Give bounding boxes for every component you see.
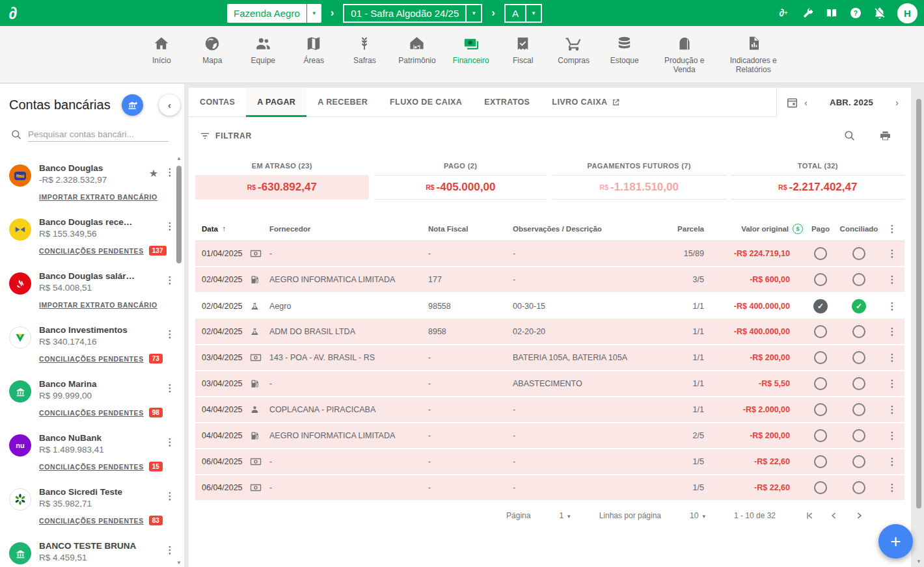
guide-book-icon[interactable] [825,7,838,20]
reconciled-checkbox[interactable] [852,377,865,390]
column-nota-fiscal[interactable]: Nota Fiscal [428,225,513,233]
column-observacoes[interactable]: Observações / Descrição [513,225,653,233]
nav-item[interactable]: Patrimônio [398,34,435,66]
account-menu-icon[interactable]: ⋮ [165,274,175,286]
summary-card[interactable]: PAGAMENTOS FUTUROS (7) R$ -1.181.510,00 [552,162,726,200]
invite-user-icon[interactable]: ∂+ [777,7,790,20]
reconciled-checkbox[interactable] [852,429,865,442]
table-row[interactable]: 03/04/2025 143 - POA - AV. BRASIL - RS -… [195,345,904,371]
nav-item[interactable]: Compras [557,34,591,66]
nav-item[interactable]: Produção e Venda [659,34,711,75]
column-pago[interactable]: Pago [803,225,838,233]
reconciled-checkbox[interactable] [852,351,865,364]
row-menu-icon[interactable]: ⋮ [888,404,897,415]
tab[interactable]: LIVRO CAIXA [541,88,631,116]
search-accounts-input[interactable] [28,127,169,142]
reconciled-checkbox[interactable] [852,481,865,494]
bank-account-item[interactable]: nu Banco NuBank R$ 1.489.983,41 ⋮ CONCIL… [0,427,184,471]
aegro-logo-icon[interactable]: ∂ [0,0,26,26]
summary-card[interactable]: TOTAL (32) R$ -2.217.402,47 [731,162,905,200]
tab[interactable]: EXTRATOS [473,88,541,116]
account-action-link[interactable]: CONCILIAÇÕES PENDENTES [39,409,144,417]
nav-item[interactable]: Áreas [297,34,331,66]
row-menu-icon[interactable]: ⋮ [888,378,897,389]
paid-checkbox[interactable] [814,273,827,286]
nav-item[interactable]: Financeiro [453,34,489,66]
account-action-link[interactable]: IMPORTAR EXTRATO BANCÁRIO [39,193,157,201]
row-menu-icon[interactable]: ⋮ [888,274,897,285]
scroll-up-icon[interactable]: ▲ [175,155,183,161]
column-valor-original[interactable]: Valor original$ [704,224,803,234]
paid-checkbox[interactable] [814,377,827,390]
account-menu-icon[interactable]: ⋮ [165,328,175,340]
farm-selector[interactable]: Fazenda Aegro ▼ [227,4,321,23]
sidebar-scrollbar[interactable]: ▲ ▼ [175,155,183,566]
harvest-selector[interactable]: 01 - Safra Algodão 24/25 ▼ [343,4,482,23]
column-fornecedor[interactable]: Fornecedor [269,225,428,233]
account-menu-icon[interactable]: ⋮ [165,382,175,394]
scrollbar-thumb[interactable] [916,99,921,508]
bank-account-item[interactable]: Banco Douglas salário Ti... R$ 54.008,51… [0,265,184,310]
paid-checkbox[interactable] [813,299,828,313]
paid-checkbox[interactable] [814,429,827,442]
tab[interactable]: A PAGAR [246,88,306,116]
scrollbar-thumb[interactable] [176,166,182,263]
print-icon[interactable] [879,130,891,142]
bank-account-item[interactable]: BANCO TESTE BRUNA R$ 4.459,51 ⋮ [0,535,184,567]
bank-account-item[interactable]: Banco Douglas recebime... R$ 155.349,56 … [0,211,184,256]
reconciled-checkbox[interactable] [852,325,865,338]
letter-selector[interactable]: A ▼ [504,4,542,23]
account-menu-icon[interactable]: ⋮ [165,490,175,502]
table-row[interactable]: 03/04/2025 - - ABASTECIMENTO 1/1 -R$ 5,5… [195,371,904,397]
row-menu-icon[interactable]: ⋮ [888,430,897,441]
bank-account-item[interactable]: Banco Marina R$ 99.999,00 ⋮ CONCILIAÇÕES… [0,373,184,417]
add-payable-fab[interactable]: + [878,524,913,559]
column-data[interactable]: Data↑ [195,224,250,233]
notifications-off-icon[interactable] [873,7,886,20]
table-row[interactable]: 06/04/2025 - - - 1/5 -R$ 22,60 ⋮ [195,475,904,501]
paid-checkbox[interactable] [814,351,827,364]
page-scrollbar[interactable]: ▼ [915,91,923,567]
user-avatar[interactable]: H [897,3,917,23]
paid-checkbox[interactable] [814,455,827,468]
table-row[interactable]: 02/04/2025 Aegro 98558 00-30-15 1/1 -R$ … [195,293,904,319]
tab[interactable]: FLUXO DE CAIXA [379,88,473,116]
scroll-down-icon[interactable]: ▼ [915,559,923,564]
reconciled-checkbox[interactable] [852,403,865,416]
table-row[interactable]: 02/04/2025 AEGRO INFORMATICA LIMITADA 17… [195,267,904,293]
table-row[interactable]: 04/04/2025 COPLACANA - PIRACICABA - - 1/… [195,397,904,423]
previous-month-icon[interactable]: ‹ [801,97,811,108]
first-page-button[interactable] [800,510,819,521]
row-menu-icon[interactable]: ⋮ [888,456,897,467]
calendar-icon[interactable] [786,96,798,109]
summary-card[interactable]: EM ATRASO (23) R$ -630.892,47 [195,162,369,200]
account-menu-icon[interactable]: ⋮ [165,220,175,232]
previous-page-button[interactable] [825,510,843,521]
row-menu-icon[interactable]: ⋮ [888,352,897,363]
table-row[interactable]: 02/04/2025 ADM DO BRASIL LTDA 8958 02-20… [195,319,904,345]
nav-item[interactable]: Início [144,34,178,66]
page-select[interactable]: 1▾ [555,511,574,520]
nav-item[interactable]: Estoque [608,34,642,66]
search-table-icon[interactable] [843,129,856,142]
bank-account-item[interactable]: Itaú Banco Douglas -R$ 2.328.532,97 ★ ⋮ … [0,157,184,202]
paid-checkbox[interactable] [814,247,827,260]
favorite-star-icon[interactable]: ★ [149,167,158,179]
add-bank-account-button[interactable] [122,94,143,116]
account-menu-icon[interactable]: ⋮ [165,436,175,448]
collapse-sidebar-button[interactable]: ‹ [159,94,180,116]
paid-checkbox[interactable] [814,325,827,338]
next-page-button[interactable] [850,510,868,521]
reconciled-checkbox[interactable] [852,299,866,313]
filter-button[interactable]: FILTRAR [200,131,252,141]
row-menu-icon[interactable]: ⋮ [888,300,897,311]
tab[interactable]: A RECEBER [306,88,379,116]
help-icon[interactable]: ? [849,7,862,20]
bank-account-item[interactable]: Banco Investimentos R$ 340.174,16 ⋮ CONC… [0,319,184,363]
row-menu-icon[interactable]: ⋮ [888,248,897,259]
account-action-link[interactable]: CONCILIAÇÕES PENDENTES [39,247,144,255]
account-menu-icon[interactable]: ⋮ [165,544,175,556]
account-menu-icon[interactable]: ⋮ [165,166,175,178]
nav-item[interactable]: Mapa [195,34,229,66]
reconciled-checkbox[interactable] [852,455,865,468]
